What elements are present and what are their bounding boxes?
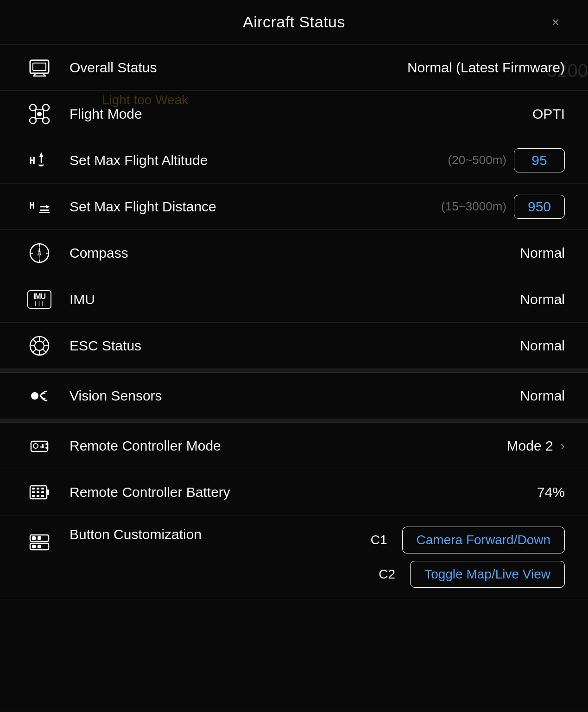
max-distance-row: H Set Max Flight Distance (15~3000m) 950: [0, 184, 588, 230]
c2-button[interactable]: Toggle Map/Live View: [410, 561, 565, 588]
distance-icon: H: [23, 196, 56, 218]
esc-icon: [23, 335, 56, 357]
vision-sensors-row: Vision Sensors Normal: [0, 373, 588, 419]
max-distance-value-group: (15~3000m) 950: [441, 195, 565, 219]
flight-mode-value: OPTI: [532, 106, 565, 122]
c2-group: C2 Toggle Map/Live View: [379, 561, 565, 588]
svg-rect-54: [37, 491, 39, 493]
max-distance-label: Set Max Flight Distance: [56, 199, 441, 215]
aircraft-icon: [23, 57, 56, 79]
svg-rect-22: [40, 210, 49, 211]
max-altitude-value-group: (20~500m) 95: [448, 148, 565, 172]
svg-point-33: [35, 341, 44, 350]
max-distance-range: (15~3000m): [441, 199, 506, 214]
max-distance-input[interactable]: 950: [514, 195, 565, 219]
panel: 3200 Light too Weak Aircraft Status × Ov…: [0, 0, 588, 712]
vision-sensors-label: Vision Sensors: [56, 388, 520, 404]
imu-value: Normal: [520, 292, 565, 307]
svg-rect-53: [32, 491, 35, 493]
svg-point-48: [45, 447, 47, 449]
rc-mode-chevron-icon: ›: [561, 439, 565, 453]
svg-rect-55: [41, 491, 44, 493]
imu-icon: IMU | | |: [23, 290, 56, 309]
svg-marker-16: [39, 152, 43, 157]
imu-label: IMU: [56, 292, 520, 307]
vision-icon: [23, 385, 56, 407]
rc-mode-label: Remote Controller Mode: [56, 438, 507, 454]
customize-icon: [23, 531, 56, 553]
svg-point-44: [33, 444, 38, 448]
svg-rect-62: [32, 536, 36, 540]
overall-status-value: Normal (Latest Firmware): [407, 60, 565, 76]
battery-icon: [23, 481, 56, 503]
svg-rect-46: [40, 446, 44, 448]
button-customization-label: Button Customization: [56, 527, 371, 542]
svg-marker-21: [46, 205, 50, 209]
c1-label: C1: [371, 533, 387, 547]
rc-icon: [23, 435, 56, 457]
esc-status-label: ESC Status: [56, 338, 520, 354]
vision-sensors-value: Normal: [520, 388, 565, 404]
rc-mode-value: Mode 2: [507, 438, 553, 454]
rc-mode-value-group: Mode 2 ›: [507, 438, 565, 454]
svg-line-41: [32, 349, 36, 352]
svg-rect-59: [47, 490, 49, 495]
altitude-icon: H: [23, 149, 56, 172]
rc-battery-row: Remote Controller Battery 74%: [0, 469, 588, 515]
button-customization-row: Button Customization C1 Camera Forward/D…: [0, 515, 588, 599]
esc-status-row: ESC Status Normal: [0, 323, 588, 369]
svg-rect-57: [37, 495, 39, 497]
svg-point-13: [37, 112, 42, 116]
svg-point-5: [30, 104, 36, 111]
section-separator-1: [0, 369, 588, 373]
overall-status-label: Overall Status: [56, 60, 407, 76]
section-separator-2: [0, 419, 588, 423]
flight-mode-label: Flight Mode: [56, 106, 532, 122]
svg-point-42: [31, 392, 38, 400]
svg-rect-63: [38, 536, 41, 540]
svg-rect-56: [32, 495, 35, 497]
svg-line-38: [32, 339, 36, 342]
svg-rect-64: [32, 545, 36, 548]
svg-line-39: [43, 349, 46, 352]
compass-value: Normal: [520, 245, 565, 261]
max-altitude-range: (20~500m): [448, 153, 506, 167]
imu-row: IMU | | | IMU Normal: [0, 276, 588, 323]
max-altitude-label: Set Max Flight Altitude: [56, 153, 448, 168]
svg-rect-52: [41, 488, 44, 490]
rc-battery-value: 74%: [537, 484, 565, 500]
header: Aircraft Status ×: [0, 0, 588, 44]
esc-status-value: Normal: [520, 338, 565, 354]
button-customization-controls: C1 Camera Forward/Down C2 Toggle Map/Liv…: [371, 527, 565, 588]
drone-icon: [23, 103, 56, 125]
compass-label: Compass: [56, 245, 520, 261]
c2-label: C2: [379, 567, 395, 582]
svg-point-47: [45, 443, 47, 445]
compass-row: Compass Normal: [0, 230, 588, 276]
overall-status-row: Overall Status Normal (Latest Firmware): [0, 44, 588, 91]
max-altitude-row: H Set Max Flight Altitude (20~500m) 95: [0, 137, 588, 184]
rc-mode-row[interactable]: Remote Controller Mode Mode 2 ›: [0, 423, 588, 469]
page-title: Aircraft Status: [243, 13, 345, 31]
svg-text:H: H: [29, 200, 35, 211]
max-altitude-input[interactable]: 95: [514, 148, 565, 172]
page-wrapper: 3200 Light too Weak Aircraft Status × Ov…: [0, 0, 588, 712]
close-button[interactable]: ×: [546, 13, 565, 32]
svg-line-40: [43, 339, 46, 342]
svg-rect-24: [39, 212, 50, 213]
svg-rect-51: [37, 488, 39, 490]
svg-rect-50: [32, 488, 35, 490]
svg-point-7: [30, 117, 36, 124]
flight-mode-row: Flight Mode OPTI: [0, 91, 588, 137]
svg-point-8: [43, 117, 49, 124]
svg-rect-1: [33, 63, 46, 70]
svg-rect-65: [38, 545, 41, 548]
svg-point-6: [43, 104, 49, 111]
c1-group: C1 Camera Forward/Down: [371, 527, 565, 553]
svg-rect-58: [41, 495, 44, 497]
c1-button[interactable]: Camera Forward/Down: [402, 527, 565, 553]
rc-battery-label: Remote Controller Battery: [56, 484, 537, 500]
svg-text:H: H: [29, 155, 35, 166]
compass-icon: [23, 242, 56, 264]
